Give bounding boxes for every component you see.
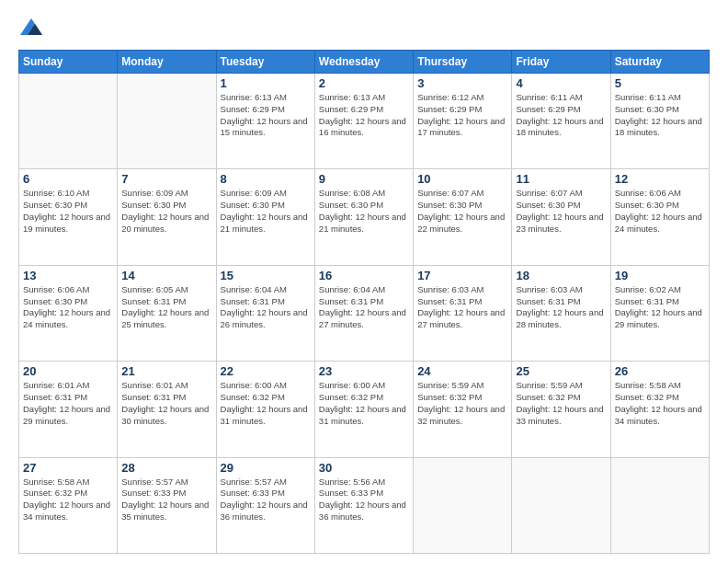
calendar-cell bbox=[610, 457, 709, 553]
calendar-cell: 17Sunrise: 6:03 AM Sunset: 6:31 PM Dayli… bbox=[414, 265, 512, 361]
day-number: 17 bbox=[417, 269, 507, 282]
calendar-cell: 10Sunrise: 6:07 AM Sunset: 6:30 PM Dayli… bbox=[414, 169, 512, 265]
day-info: Sunrise: 5:59 AM Sunset: 6:32 PM Dayligh… bbox=[417, 380, 507, 427]
logo bbox=[18, 15, 48, 40]
day-info: Sunrise: 5:57 AM Sunset: 6:33 PM Dayligh… bbox=[221, 477, 311, 523]
day-info: Sunrise: 6:09 AM Sunset: 6:30 PM Dayligh… bbox=[221, 188, 311, 235]
day-info: Sunrise: 6:04 AM Sunset: 6:31 PM Dayligh… bbox=[221, 284, 311, 331]
day-info: Sunrise: 5:57 AM Sunset: 6:33 PM Dayligh… bbox=[121, 477, 211, 523]
day-number: 20 bbox=[23, 364, 113, 378]
calendar-cell bbox=[19, 74, 118, 169]
calendar-cell: 9Sunrise: 6:08 AM Sunset: 6:30 PM Daylig… bbox=[314, 169, 413, 265]
day-info: Sunrise: 6:02 AM Sunset: 6:31 PM Dayligh… bbox=[615, 284, 705, 331]
calendar-cell bbox=[414, 457, 512, 553]
day-number: 18 bbox=[516, 269, 606, 282]
calendar-cell: 23Sunrise: 6:00 AM Sunset: 6:32 PM Dayli… bbox=[314, 362, 413, 457]
day-info: Sunrise: 6:01 AM Sunset: 6:31 PM Dayligh… bbox=[121, 380, 211, 427]
day-number: 2 bbox=[319, 76, 409, 90]
calendar-cell: 28Sunrise: 5:57 AM Sunset: 6:33 PM Dayli… bbox=[118, 457, 216, 553]
calendar-cell: 3Sunrise: 6:12 AM Sunset: 6:29 PM Daylig… bbox=[414, 74, 512, 169]
day-info: Sunrise: 6:08 AM Sunset: 6:30 PM Dayligh… bbox=[319, 188, 409, 235]
day-info: Sunrise: 6:12 AM Sunset: 6:29 PM Dayligh… bbox=[417, 92, 507, 139]
calendar-cell bbox=[118, 74, 216, 169]
day-info: Sunrise: 5:58 AM Sunset: 6:32 PM Dayligh… bbox=[23, 477, 113, 523]
day-number: 14 bbox=[121, 269, 211, 282]
day-number: 30 bbox=[319, 461, 409, 475]
day-number: 21 bbox=[121, 364, 211, 378]
day-number: 13 bbox=[23, 269, 113, 282]
day-info: Sunrise: 5:58 AM Sunset: 6:32 PM Dayligh… bbox=[615, 380, 705, 427]
calendar-cell: 6Sunrise: 6:10 AM Sunset: 6:30 PM Daylig… bbox=[19, 169, 118, 265]
calendar-week-1: 1Sunrise: 6:13 AM Sunset: 6:29 PM Daylig… bbox=[19, 74, 710, 169]
calendar-cell: 1Sunrise: 6:13 AM Sunset: 6:29 PM Daylig… bbox=[216, 74, 314, 169]
day-number: 25 bbox=[516, 364, 606, 378]
day-info: Sunrise: 6:01 AM Sunset: 6:31 PM Dayligh… bbox=[23, 380, 113, 427]
day-info: Sunrise: 6:11 AM Sunset: 6:30 PM Dayligh… bbox=[615, 92, 705, 139]
calendar-cell: 30Sunrise: 5:56 AM Sunset: 6:33 PM Dayli… bbox=[314, 457, 413, 553]
calendar-cell: 13Sunrise: 6:06 AM Sunset: 6:30 PM Dayli… bbox=[19, 265, 118, 361]
day-info: Sunrise: 6:07 AM Sunset: 6:30 PM Dayligh… bbox=[417, 188, 507, 235]
day-number: 23 bbox=[319, 364, 409, 378]
calendar-header-sunday: Sunday bbox=[19, 51, 118, 74]
calendar-week-3: 13Sunrise: 6:06 AM Sunset: 6:30 PM Dayli… bbox=[19, 265, 710, 361]
logo-icon bbox=[18, 15, 44, 40]
day-info: Sunrise: 6:00 AM Sunset: 6:32 PM Dayligh… bbox=[319, 380, 409, 427]
day-number: 3 bbox=[417, 76, 507, 90]
calendar-week-4: 20Sunrise: 6:01 AM Sunset: 6:31 PM Dayli… bbox=[19, 362, 710, 457]
calendar-header-thursday: Thursday bbox=[414, 51, 512, 74]
calendar-cell: 26Sunrise: 5:58 AM Sunset: 6:32 PM Dayli… bbox=[610, 362, 709, 457]
calendar-cell: 20Sunrise: 6:01 AM Sunset: 6:31 PM Dayli… bbox=[19, 362, 118, 457]
calendar-cell: 4Sunrise: 6:11 AM Sunset: 6:29 PM Daylig… bbox=[512, 74, 610, 169]
day-number: 10 bbox=[417, 172, 507, 186]
day-number: 9 bbox=[319, 172, 409, 186]
day-info: Sunrise: 6:05 AM Sunset: 6:31 PM Dayligh… bbox=[121, 284, 211, 331]
calendar-cell: 16Sunrise: 6:04 AM Sunset: 6:31 PM Dayli… bbox=[314, 265, 413, 361]
day-info: Sunrise: 6:06 AM Sunset: 6:30 PM Dayligh… bbox=[23, 284, 113, 331]
day-info: Sunrise: 6:13 AM Sunset: 6:29 PM Dayligh… bbox=[319, 92, 409, 139]
calendar-header-row: SundayMondayTuesdayWednesdayThursdayFrid… bbox=[19, 51, 710, 74]
day-number: 7 bbox=[121, 172, 211, 186]
calendar-header-wednesday: Wednesday bbox=[314, 51, 413, 74]
day-number: 6 bbox=[23, 172, 113, 186]
day-number: 22 bbox=[221, 364, 311, 378]
day-number: 24 bbox=[417, 364, 507, 378]
day-number: 8 bbox=[221, 172, 311, 186]
day-info: Sunrise: 6:00 AM Sunset: 6:32 PM Dayligh… bbox=[221, 380, 311, 427]
calendar-cell: 21Sunrise: 6:01 AM Sunset: 6:31 PM Dayli… bbox=[118, 362, 216, 457]
header bbox=[18, 15, 710, 40]
calendar-header-saturday: Saturday bbox=[610, 51, 709, 74]
day-number: 15 bbox=[221, 269, 311, 282]
calendar-cell: 15Sunrise: 6:04 AM Sunset: 6:31 PM Dayli… bbox=[216, 265, 314, 361]
calendar-cell: 29Sunrise: 5:57 AM Sunset: 6:33 PM Dayli… bbox=[216, 457, 314, 553]
calendar-cell: 24Sunrise: 5:59 AM Sunset: 6:32 PM Dayli… bbox=[414, 362, 512, 457]
day-number: 4 bbox=[516, 76, 606, 90]
day-info: Sunrise: 6:06 AM Sunset: 6:30 PM Dayligh… bbox=[615, 188, 705, 235]
calendar-cell: 11Sunrise: 6:07 AM Sunset: 6:30 PM Dayli… bbox=[512, 169, 610, 265]
calendar-cell bbox=[512, 457, 610, 553]
calendar-cell: 5Sunrise: 6:11 AM Sunset: 6:30 PM Daylig… bbox=[610, 74, 709, 169]
calendar-cell: 27Sunrise: 5:58 AM Sunset: 6:32 PM Dayli… bbox=[19, 457, 118, 553]
day-number: 26 bbox=[615, 364, 705, 378]
day-info: Sunrise: 5:56 AM Sunset: 6:33 PM Dayligh… bbox=[319, 477, 409, 523]
calendar-header-monday: Monday bbox=[118, 51, 216, 74]
day-info: Sunrise: 6:07 AM Sunset: 6:30 PM Dayligh… bbox=[516, 188, 606, 235]
day-info: Sunrise: 6:11 AM Sunset: 6:29 PM Dayligh… bbox=[516, 92, 606, 139]
calendar-cell: 2Sunrise: 6:13 AM Sunset: 6:29 PM Daylig… bbox=[314, 74, 413, 169]
calendar-cell: 22Sunrise: 6:00 AM Sunset: 6:32 PM Dayli… bbox=[216, 362, 314, 457]
calendar-header-friday: Friday bbox=[512, 51, 610, 74]
calendar-cell: 8Sunrise: 6:09 AM Sunset: 6:30 PM Daylig… bbox=[216, 169, 314, 265]
day-number: 12 bbox=[615, 172, 705, 186]
calendar-cell: 12Sunrise: 6:06 AM Sunset: 6:30 PM Dayli… bbox=[610, 169, 709, 265]
day-number: 16 bbox=[319, 269, 409, 282]
day-number: 19 bbox=[615, 269, 705, 282]
day-info: Sunrise: 6:13 AM Sunset: 6:29 PM Dayligh… bbox=[221, 92, 311, 139]
day-info: Sunrise: 6:03 AM Sunset: 6:31 PM Dayligh… bbox=[417, 284, 507, 331]
calendar-table: SundayMondayTuesdayWednesdayThursdayFrid… bbox=[18, 50, 710, 554]
day-number: 29 bbox=[221, 461, 311, 475]
day-info: Sunrise: 6:10 AM Sunset: 6:30 PM Dayligh… bbox=[23, 188, 113, 235]
page: SundayMondayTuesdayWednesdayThursdayFrid… bbox=[0, 0, 728, 563]
day-number: 11 bbox=[516, 172, 606, 186]
calendar-cell: 18Sunrise: 6:03 AM Sunset: 6:31 PM Dayli… bbox=[512, 265, 610, 361]
calendar-week-2: 6Sunrise: 6:10 AM Sunset: 6:30 PM Daylig… bbox=[19, 169, 710, 265]
day-number: 27 bbox=[23, 461, 113, 475]
